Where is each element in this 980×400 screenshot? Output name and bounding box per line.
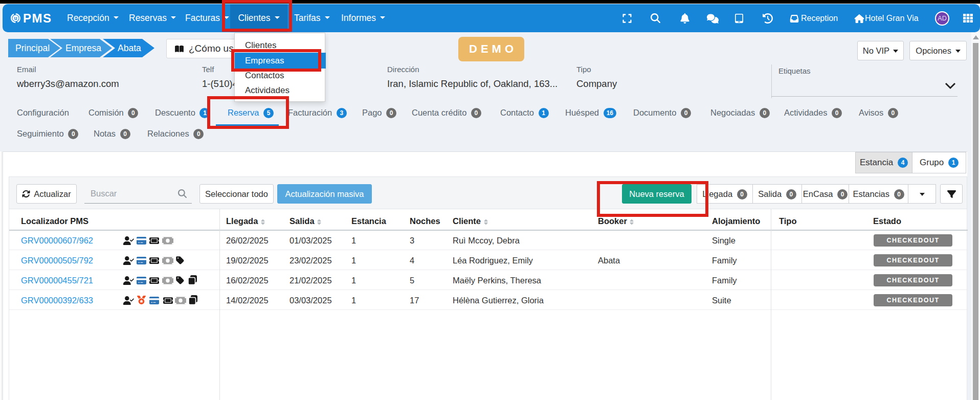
svg-text:u: u — [14, 15, 17, 21]
